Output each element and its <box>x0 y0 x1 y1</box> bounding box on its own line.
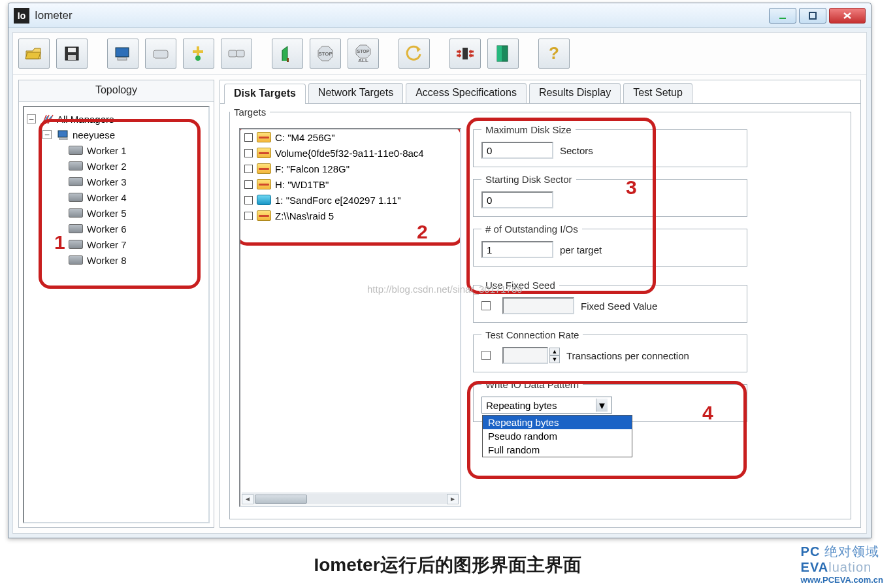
target-checkbox[interactable] <box>244 212 253 220</box>
worker-row[interactable]: Worker 8 <box>25 252 207 268</box>
conn-rate-legend: Test Connection Rate <box>481 329 583 340</box>
target-checkbox[interactable] <box>244 149 253 157</box>
combo-dropdown[interactable]: Repeating bytes Pseudo random Full rando… <box>482 415 632 457</box>
target-label: 1: "SandForc e[240297 1.11" <box>275 195 400 206</box>
target-list[interactable]: C: "M4 256G"Volume{0fde5f32-9a11-11e0-8a… <box>239 128 461 507</box>
tb-help[interactable]: ? <box>538 39 570 69</box>
worker-row[interactable]: Worker 2 <box>25 158 207 174</box>
svg-rect-1 <box>809 12 816 19</box>
fixed-seed-checkbox[interactable] <box>481 301 491 310</box>
max-disk-input[interactable] <box>481 142 553 159</box>
expand-manager[interactable]: – <box>42 130 52 139</box>
target-checkbox[interactable] <box>244 180 253 189</box>
worker-row[interactable]: Worker 5 <box>25 205 207 221</box>
worker-icon <box>69 255 83 265</box>
svg-rect-5 <box>116 48 129 57</box>
svg-rect-23 <box>58 131 67 137</box>
tb-start[interactable] <box>272 39 303 69</box>
tb-dock[interactable] <box>449 39 481 69</box>
target-label: H: "WD1TB" <box>275 179 329 190</box>
tab-access-specs[interactable]: Access Specifications <box>406 83 527 103</box>
scroll-right[interactable]: ► <box>447 494 459 504</box>
client-area: STOP STOPALL ? Topology – All Managers <box>12 32 867 534</box>
tab-results-display[interactable]: Results Display <box>529 83 621 103</box>
tb-add-worker[interactable] <box>183 39 214 69</box>
tb-stop[interactable]: STOP <box>310 39 341 69</box>
tb-exit[interactable] <box>487 39 519 69</box>
tab-disk-targets[interactable]: Disk Targets <box>224 84 306 104</box>
conn-rate-checkbox[interactable] <box>481 351 491 360</box>
spin-up[interactable]: ▲ <box>549 348 560 355</box>
conn-rate-input <box>502 347 548 364</box>
tb-copy-worker[interactable] <box>221 39 252 69</box>
target-checkbox[interactable] <box>244 165 253 173</box>
write-pattern-combo[interactable]: Repeating bytes ▼ Repeating bytes Pseudo… <box>481 397 612 414</box>
worker-row[interactable]: Worker 6 <box>25 221 207 237</box>
outstanding-input[interactable] <box>481 241 553 258</box>
worker-row[interactable]: Worker 4 <box>25 189 207 205</box>
conn-rate-spin: ▲▼ <box>502 347 560 364</box>
drive-icon <box>257 179 271 189</box>
write-pattern-group: Write IO Data Pattern Repeating bytes ▼ … <box>473 379 747 422</box>
targets-group: Targets C: "M4 256G"Volume{0fde5f32-9a11… <box>229 106 851 519</box>
svg-rect-11 <box>229 50 236 57</box>
worker-row[interactable]: Worker 1 <box>25 142 207 158</box>
combo-opt-1[interactable]: Pseudo random <box>483 429 632 443</box>
target-row[interactable]: Z:\\Nas\raid 5 <box>240 208 460 223</box>
scroll-thumb[interactable] <box>255 495 307 504</box>
start-sector-input[interactable] <box>481 191 553 208</box>
tb-computer[interactable] <box>107 39 138 69</box>
target-label: Volume{0fde5f32-9a11-11e0-8ac4 <box>275 148 424 159</box>
svg-rect-13 <box>287 58 289 62</box>
target-row[interactable]: Volume{0fde5f32-9a11-11e0-8ac4 <box>240 145 460 161</box>
svg-rect-7 <box>154 50 168 58</box>
tb-open[interactable] <box>18 39 50 69</box>
worker-label: Worker 2 <box>87 161 127 172</box>
svg-rect-4 <box>68 55 76 60</box>
target-row[interactable]: H: "WD1TB" <box>240 176 460 192</box>
minimize-button[interactable] <box>769 8 796 24</box>
max-disk-suffix: Sectors <box>560 145 593 156</box>
disk-targets-pane: Targets C: "M4 256G"Volume{0fde5f32-9a11… <box>224 106 856 523</box>
tb-add-manager[interactable] <box>145 39 176 69</box>
worker-row[interactable]: Worker 7 <box>25 237 207 252</box>
target-row[interactable]: F: "Falcon 128G" <box>240 161 460 176</box>
write-pattern-legend: Write IO Data Pattern <box>481 379 583 390</box>
worker-label: Worker 8 <box>87 255 127 266</box>
worker-icon <box>69 146 83 155</box>
annotation-num-2: 2 <box>417 221 428 243</box>
toolbar: STOP STOPALL ? <box>13 33 866 74</box>
target-row[interactable]: C: "M4 256G" <box>240 129 460 145</box>
target-hscroll[interactable]: ◄ ► <box>242 493 459 504</box>
target-checkbox[interactable] <box>244 133 253 142</box>
svg-rect-0 <box>779 18 786 19</box>
target-checkbox[interactable] <box>244 196 253 204</box>
combo-opt-0[interactable]: Repeating bytes <box>483 416 632 429</box>
svg-rect-6 <box>118 57 127 60</box>
tb-save[interactable] <box>56 39 88 69</box>
tb-stop-all[interactable]: STOPALL <box>348 39 379 69</box>
tab-test-setup[interactable]: Test Setup <box>623 83 692 103</box>
combo-opt-2[interactable]: Full random <box>483 443 632 457</box>
topology-tree[interactable]: – All Managers – neeyuese Worker 1Worker… <box>23 106 210 523</box>
worker-label: Worker 6 <box>87 223 127 235</box>
outstanding-suffix: per target <box>560 244 602 255</box>
svg-rect-24 <box>59 138 67 140</box>
scroll-left[interactable]: ◄ <box>242 494 253 504</box>
conn-rate-label: Transactions per connection <box>566 350 689 361</box>
target-row[interactable]: 1: "SandForc e[240297 1.11" <box>240 192 460 208</box>
maximize-button[interactable] <box>799 8 826 24</box>
site-logo: PC 绝对领域 EVAluation www.PCEVA.com.cn <box>801 544 883 585</box>
tab-network-targets[interactable]: Network Targets <box>308 83 403 103</box>
expand-root[interactable]: – <box>27 114 36 123</box>
combo-caret-icon: ▼ <box>596 399 608 412</box>
close-button[interactable] <box>829 8 866 24</box>
targets-legend: Targets <box>230 106 270 118</box>
conn-rate-group: Test Connection Rate ▲▼ Transactions per… <box>473 329 747 372</box>
tb-reset[interactable] <box>399 39 430 69</box>
worker-label: Worker 3 <box>87 176 127 188</box>
fixed-seed-input <box>502 297 574 314</box>
worker-row[interactable]: Worker 3 <box>25 174 207 189</box>
spin-down[interactable]: ▼ <box>549 355 560 363</box>
start-sector-group: Starting Disk Sector <box>473 174 747 217</box>
